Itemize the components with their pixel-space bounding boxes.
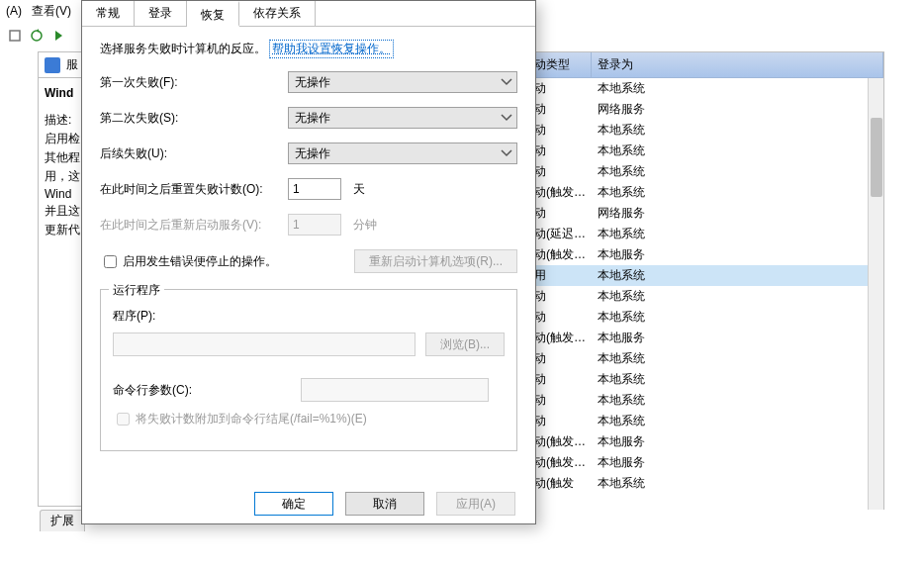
tab-general[interactable]: 常规 <box>82 1 135 26</box>
table-row[interactable]: 动(触发…本地服务 <box>528 244 883 265</box>
cell-start-type: 动 <box>528 309 592 326</box>
cell-logon-as: 本地系统 <box>592 350 671 367</box>
label-first-failure: 第一次失败(F): <box>100 74 288 91</box>
tab-login[interactable]: 登录 <box>135 1 187 26</box>
label-reset-count: 在此时间之后重置失败计数(O): <box>100 181 288 198</box>
label-second-failure: 第二次失败(S): <box>100 110 288 127</box>
table-row[interactable]: 动本地系统 <box>528 390 883 411</box>
table-row[interactable]: 动(延迟…本地系统 <box>528 224 883 244</box>
cell-logon-as: 本地系统 <box>592 226 671 242</box>
unit-minutes: 分钟 <box>353 217 377 234</box>
cell-start-type: 动(触发… <box>528 433 592 450</box>
cell-start-type: 动 <box>528 101 592 118</box>
select-subsequent-failure[interactable]: 无操作 <box>288 142 517 164</box>
properties-dialog: 常规 登录 恢复 依存关系 选择服务失败时计算机的反应。 帮助我设置恢复操作。 … <box>81 0 536 524</box>
cell-logon-as: 本地系统 <box>592 122 671 139</box>
table-row[interactable]: 动(触发…本地系统 <box>528 182 883 203</box>
table-row[interactable]: 动本地系统 <box>528 411 883 431</box>
cancel-button[interactable]: 取消 <box>345 492 424 516</box>
menu-item-a[interactable]: (A) <box>6 4 22 18</box>
cell-logon-as: 本地系统 <box>592 288 671 305</box>
list-header: 动类型 登录为 <box>528 52 883 78</box>
select-value: 无操作 <box>295 74 330 91</box>
program-path-input <box>113 332 416 356</box>
restart-after-input <box>288 214 341 236</box>
ok-button[interactable]: 确定 <box>254 492 333 516</box>
browse-button: 浏览(B)... <box>425 332 505 356</box>
svg-point-1 <box>32 31 42 41</box>
cell-logon-as: 本地系统 <box>592 309 671 326</box>
tab-dependencies[interactable]: 依存关系 <box>239 1 316 26</box>
tab-recovery[interactable]: 恢复 <box>187 1 239 27</box>
services-list: 动类型 登录为 动本地系统动网络服务动本地系统动本地系统动本地系统动(触发…本地… <box>528 51 884 510</box>
cell-logon-as: 网络服务 <box>592 205 671 222</box>
cell-start-type: 动 <box>528 205 592 222</box>
run-program-group: 运行程序 程序(P): 浏览(B)... 命令行参数(C): 将失 <box>100 289 517 451</box>
dialog-tabs: 常规 登录 恢复 依存关系 <box>82 1 535 27</box>
enable-stop-label: 启用发生错误便停止的操作。 <box>123 253 277 270</box>
stop-icon[interactable] <box>6 27 24 45</box>
cell-logon-as: 本地系统 <box>592 267 671 284</box>
cell-start-type: 动(触发… <box>528 184 592 201</box>
menu-item-view[interactable]: 查看(V) <box>32 3 71 20</box>
select-value: 无操作 <box>295 110 330 127</box>
apply-button: 应用(A) <box>436 492 515 516</box>
cell-logon-as: 本地系统 <box>592 163 671 180</box>
select-value: 无操作 <box>295 145 330 162</box>
scrollbar-thumb[interactable] <box>871 118 882 197</box>
cell-start-type: 动 <box>528 350 592 367</box>
cell-start-type: 动(触发… <box>528 246 592 263</box>
cell-start-type: 用 <box>528 267 592 284</box>
cell-logon-as: 本地系统 <box>592 371 671 388</box>
table-row[interactable]: 动(触发本地系统 <box>528 473 883 494</box>
table-row[interactable]: 动网络服务 <box>528 99 883 120</box>
enable-stop-checkbox[interactable] <box>104 255 117 268</box>
left-panel-head-text: 服 <box>66 56 78 73</box>
intro-text: 选择服务失败时计算机的反应。 <box>100 41 266 57</box>
cell-start-type: 动 <box>528 122 592 139</box>
cell-start-type: 动(触发 <box>528 475 592 492</box>
help-link[interactable]: 帮助我设置恢复操作。 <box>270 41 393 57</box>
table-row[interactable]: 动网络服务 <box>528 203 883 224</box>
unit-days: 天 <box>353 181 365 198</box>
cell-start-type: 动 <box>528 163 592 180</box>
group-legend: 运行程序 <box>109 282 164 299</box>
table-row[interactable]: 动(触发…本地服务 <box>528 328 883 348</box>
cell-start-type: 动 <box>528 80 592 97</box>
gear-icon <box>45 57 60 73</box>
col-logon-as[interactable]: 登录为 <box>592 52 883 77</box>
table-row[interactable]: 动(触发…本地服务 <box>528 452 883 473</box>
table-row[interactable]: 动本地系统 <box>528 78 883 99</box>
col-start-type[interactable]: 动类型 <box>528 52 592 77</box>
refresh-icon[interactable] <box>28 27 46 45</box>
table-row[interactable]: 动本地系统 <box>528 286 883 307</box>
table-row[interactable]: 动本地系统 <box>528 141 883 161</box>
select-first-failure[interactable]: 无操作 <box>288 71 517 93</box>
play-icon[interactable] <box>49 27 67 45</box>
table-row[interactable]: 动本地系统 <box>528 369 883 390</box>
table-row[interactable]: 动本地系统 <box>528 161 883 182</box>
cell-logon-as: 本地服务 <box>592 330 671 346</box>
cell-logon-as: 本地系统 <box>592 392 671 409</box>
select-second-failure[interactable]: 无操作 <box>288 107 517 129</box>
tab-extended[interactable]: 扩展 <box>40 510 85 531</box>
label-subsequent-failure: 后续失败(U): <box>100 145 288 162</box>
table-row[interactable]: 动(触发…本地服务 <box>528 431 883 452</box>
label-program: 程序(P): <box>113 308 192 325</box>
cell-start-type: 动(触发… <box>528 454 592 471</box>
cell-start-type: 动 <box>528 413 592 429</box>
cell-logon-as: 本地系统 <box>592 80 671 97</box>
dialog-footer: 确定 取消 应用(A) <box>82 484 535 523</box>
cell-start-type: 动 <box>528 392 592 409</box>
table-row[interactable]: 动本地系统 <box>528 120 883 141</box>
cell-logon-as: 本地系统 <box>592 184 671 201</box>
reset-count-input[interactable] <box>288 178 341 200</box>
table-row[interactable]: 用本地系统 <box>528 265 883 286</box>
args-input <box>301 378 489 402</box>
vertical-scrollbar[interactable] <box>868 78 883 510</box>
table-row[interactable]: 动本地系统 <box>528 307 883 328</box>
cell-logon-as: 本地服务 <box>592 454 671 471</box>
append-fail-checkbox <box>117 413 130 426</box>
cell-start-type: 动(延迟… <box>528 226 592 242</box>
table-row[interactable]: 动本地系统 <box>528 348 883 369</box>
